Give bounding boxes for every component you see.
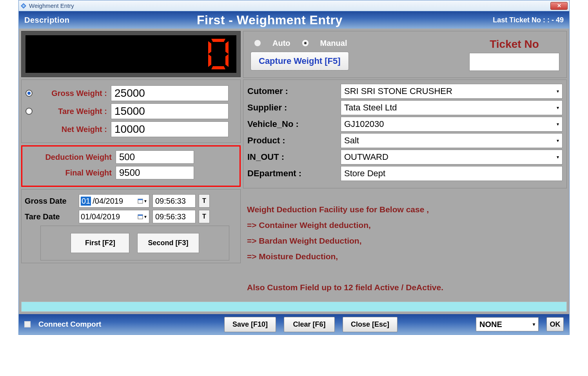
footer-select[interactable]: NONE▾ (476, 317, 539, 331)
chevron-down-icon: ▾ (557, 121, 559, 127)
save-button[interactable]: Save [F10] (224, 317, 276, 332)
tare-date-field[interactable]: 01/04/2019 ▼ (79, 210, 149, 223)
weight-panel: Gross Weight : Tare Weight : Net Weight … (21, 80, 241, 143)
window-title: Weighment Entry (29, 2, 74, 9)
auto-mode-radio[interactable] (254, 40, 261, 46)
department-input[interactable]: Store Dept (341, 166, 563, 181)
calendar-icon[interactable]: ▼ (138, 198, 147, 204)
note-line: Also Custom Field up to 12 field Active … (247, 280, 563, 295)
note-line: => Container Weight deduction, (247, 217, 563, 233)
tare-time-field[interactable]: 09:56:33 (152, 210, 196, 223)
capture-panel: Auto Manual Capture Weight [F5] Ticket N… (243, 31, 567, 78)
clear-button[interactable]: Clear [F6] (284, 317, 335, 332)
vehicle-select[interactable]: GJ102030▾ (341, 117, 563, 132)
final-weight-label: Final Weight (25, 168, 112, 177)
manual-mode-radio[interactable] (302, 40, 309, 46)
page-title: First - Weighment Entry (173, 13, 493, 27)
first-button[interactable]: First [F2] (71, 233, 129, 253)
close-button[interactable]: Close [Esc] (343, 317, 397, 332)
header-description: Description (24, 16, 173, 25)
svg-rect-9 (138, 199, 143, 200)
calendar-icon[interactable]: ▼ (138, 214, 147, 219)
titlebar[interactable]: Weighment Entry ✕ (19, 0, 569, 11)
svg-rect-11 (138, 215, 143, 216)
gross-time-t-button[interactable]: T (199, 194, 210, 208)
gross-weight-label: Gross Weight : (36, 89, 107, 98)
product-label: Product : (247, 136, 338, 146)
deduction-panel: Deduction Weight Final Weight (21, 145, 241, 187)
connect-comport-label: Connect Comport (38, 320, 101, 329)
note-line: Weight Deduction Facility use for Below … (247, 202, 563, 217)
ticket-no-label: Ticket No (490, 38, 539, 51)
auto-mode-label: Auto (272, 39, 290, 48)
lcd-display-panel (21, 31, 241, 77)
separator-bar (21, 302, 567, 312)
weighment-buttons: First [F2] Second [F3] (40, 226, 229, 260)
deduction-weight-label: Deduction Weight (25, 153, 112, 162)
customer-select[interactable]: SRI SRI STONE CRUSHER▾ (341, 84, 563, 99)
svg-marker-5 (208, 54, 211, 67)
net-weight-input[interactable] (111, 121, 229, 137)
supplier-select[interactable]: Tata Steel Ltd▾ (341, 100, 563, 115)
chevron-down-icon: ▾ (557, 105, 559, 110)
supplier-label: Supplier : (247, 103, 338, 113)
lcd-display (25, 35, 236, 73)
seven-segment-zero-icon (208, 39, 229, 69)
notes-panel: Weight Deduction Facility use for Below … (243, 190, 567, 299)
tare-weight-input[interactable] (111, 103, 229, 119)
gross-weight-input[interactable] (111, 85, 229, 101)
chevron-down-icon: ▾ (557, 154, 559, 160)
tare-weight-label: Tare Weight : (36, 107, 107, 116)
app-icon (20, 3, 27, 9)
chevron-down-icon: ▾ (533, 322, 535, 327)
net-weight-label: Net Weight : (36, 125, 107, 134)
tare-date-label: Tare Date (25, 212, 76, 221)
close-icon[interactable]: ✕ (550, 2, 568, 10)
inout-label: IN_OUT : (247, 152, 338, 162)
date-panel: Gross Date 01/04/2019 ▼ 09:56:33 T Tare (21, 189, 241, 263)
svg-marker-4 (208, 41, 211, 54)
svg-marker-3 (211, 66, 225, 69)
header-strip: Description First - Weighment Entry Last… (19, 11, 569, 29)
department-label: DEpartment : (247, 168, 338, 179)
svg-marker-2 (211, 39, 225, 42)
svg-marker-6 (225, 41, 229, 54)
footer-bar: Connect Comport Save [F10] Clear [F6] Cl… (19, 314, 569, 334)
capture-weight-button[interactable]: Capture Weight [F5] (250, 52, 349, 70)
gross-date-field[interactable]: 01/04/2019 ▼ (79, 194, 149, 208)
connect-comport-checkbox[interactable] (24, 321, 31, 327)
manual-mode-label: Manual (320, 39, 347, 48)
inout-select[interactable]: OUTWARD▾ (341, 150, 563, 164)
note-line: => Moisture Deduction, (247, 249, 563, 264)
window-frame: Weighment Entry ✕ Description First - We… (18, 0, 570, 335)
product-select[interactable]: Salt▾ (341, 133, 563, 148)
second-button[interactable]: Second [F3] (137, 233, 199, 253)
gross-date-label: Gross Date (25, 197, 76, 206)
chevron-down-icon: ▾ (557, 138, 559, 143)
chevron-down-icon: ▾ (557, 89, 559, 94)
note-line: => Bardan Weight Deduction, (247, 233, 563, 249)
ok-button[interactable]: OK (546, 317, 564, 331)
deduction-weight-input[interactable] (116, 150, 194, 164)
last-ticket-no: Last Ticket No : : - 49 (493, 16, 564, 24)
vehicle-label: Vehicle_No : (247, 119, 338, 129)
ticket-no-input[interactable] (469, 53, 559, 71)
final-weight-input[interactable] (116, 166, 194, 179)
svg-marker-7 (225, 54, 229, 67)
customer-label: Cutomer : (247, 86, 338, 96)
tare-weight-radio[interactable] (25, 108, 33, 115)
gross-time-field[interactable]: 09:56:33 (152, 194, 196, 208)
tare-time-t-button[interactable]: T (199, 210, 210, 223)
gross-weight-radio[interactable] (25, 90, 33, 97)
details-panel: Cutomer : SRI SRI STONE CRUSHER▾ Supplie… (243, 80, 567, 188)
